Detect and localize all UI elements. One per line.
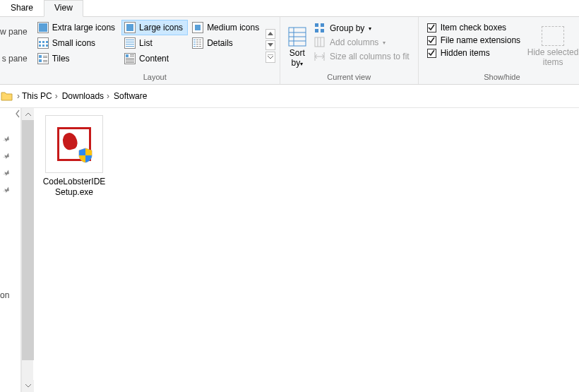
list-icon <box>124 37 136 49</box>
details-pane-partial[interactable]: s pane <box>0 54 30 68</box>
layout-tiles[interactable]: Tiles <box>35 51 120 66</box>
checkbox-file-name-extensions[interactable]: File name extensions <box>423 34 525 47</box>
checkbox-hidden-items[interactable]: Hidden items <box>423 47 525 59</box>
chevron-down-icon <box>25 384 31 388</box>
file-list[interactable]: CodeLobsterIDESetup.exe <box>33 108 579 392</box>
pin-icon <box>0 150 13 164</box>
group-show-hide: Item check boxes File name extensions Hi… <box>419 17 579 84</box>
navigation-pane[interactable]: rson <box>0 108 21 392</box>
layout-medium-icons[interactable]: Medium icons <box>189 20 264 35</box>
checkbox-label: Item check boxes <box>441 23 506 32</box>
layout-list[interactable]: List <box>121 35 188 51</box>
add-columns-icon <box>314 37 326 48</box>
uac-shield-icon <box>78 148 93 163</box>
checkbox-label: File name extensions <box>441 35 520 45</box>
layout-label: Tiles <box>52 54 70 64</box>
group-label-layout: Layout <box>35 71 275 84</box>
pin-icon <box>0 184 13 198</box>
breadcrumb-label: This PC <box>22 91 52 101</box>
breadcrumb-label: Software <box>114 91 147 101</box>
folder-icon <box>0 89 14 103</box>
ribbon-tabs: Share View <box>0 0 579 17</box>
checkbox-icon <box>427 23 436 32</box>
layout-label: Large icons <box>139 23 183 32</box>
file-name: CodeLobsterIDESetup.exe <box>40 177 108 198</box>
svg-rect-8 <box>315 29 318 32</box>
tab-share[interactable]: Share <box>0 0 44 16</box>
app-icon <box>57 127 91 161</box>
hide-selected-button: Hide selected items <box>525 20 579 71</box>
size-columns-icon <box>314 51 326 62</box>
hide-selected-label2: items <box>543 57 563 67</box>
group-current-view: Sort by▾ Group by ▾ Add columns ▾ <box>280 17 419 84</box>
layout-label: Small icons <box>52 38 95 48</box>
svg-rect-10 <box>315 37 324 47</box>
chevron-left-icon <box>16 109 20 118</box>
group-label-show-hide: Show/hide <box>423 71 579 84</box>
scroll-down-button[interactable] <box>22 380 34 392</box>
panes-group-partial: w pane s pane <box>0 17 30 84</box>
navpane-collapse-toggle[interactable] <box>16 109 20 120</box>
layout-expand[interactable] <box>265 52 275 63</box>
layout-label: Details <box>207 38 233 48</box>
breadcrumb-this-pc[interactable]: This PC › <box>20 91 60 101</box>
chevron-up-icon <box>268 32 273 35</box>
group-by-label: Group by <box>330 23 364 33</box>
tab-view[interactable]: View <box>44 0 83 17</box>
chevron-down-icon: ▾ <box>369 25 371 32</box>
layout-details[interactable]: Details <box>189 35 264 51</box>
group-by-button[interactable]: Group by ▾ <box>310 21 414 35</box>
layout-label: List <box>139 38 153 48</box>
chevron-down-icon <box>268 43 273 47</box>
hide-selected-label1: Hide selected <box>527 47 579 57</box>
size-all-columns-button: Size all columns to fit <box>310 49 414 64</box>
layout-scroll-down[interactable] <box>265 40 275 50</box>
svg-rect-7 <box>321 23 324 27</box>
content-icon <box>124 53 136 64</box>
breadcrumb-bar[interactable]: › This PC › Downloads › Software <box>0 85 579 108</box>
size-columns-label: Size all columns to fit <box>330 52 410 61</box>
extra-large-icons-icon <box>37 22 49 33</box>
details-icon <box>192 37 203 49</box>
sort-by-icon <box>287 26 307 47</box>
group-label-current-view: Current view <box>285 71 414 84</box>
layout-large-icons[interactable]: Large icons <box>121 20 188 35</box>
tiles-icon <box>37 53 49 64</box>
content-area: rson CodeLobsterIDESetup.exe <box>0 108 579 392</box>
breadcrumb-software[interactable]: Software <box>112 91 149 101</box>
chevron-right-icon: › <box>107 91 109 101</box>
file-thumbnail <box>45 115 103 173</box>
layout-small-icons[interactable]: Small icons <box>35 35 120 51</box>
navpane-item-partial[interactable]: rson <box>0 290 9 300</box>
sort-by-button[interactable]: Sort by▾ <box>285 20 310 71</box>
file-item[interactable]: CodeLobsterIDESetup.exe <box>40 115 108 198</box>
preview-pane-partial[interactable]: w pane <box>0 27 30 41</box>
expand-icon <box>268 54 273 60</box>
breadcrumb-downloads[interactable]: Downloads › <box>60 91 112 101</box>
add-columns-label: Add columns <box>330 37 378 47</box>
small-icons-icon <box>37 37 49 49</box>
scroll-up-button[interactable] <box>22 108 34 120</box>
layout-label: Extra large icons <box>52 23 115 32</box>
breadcrumb-label: Downloads <box>62 91 104 101</box>
large-icons-icon <box>124 22 136 33</box>
layout-label: Medium icons <box>207 23 259 32</box>
checkbox-label: Hidden items <box>441 48 490 58</box>
svg-rect-6 <box>315 23 318 27</box>
scrollbar-thumb[interactable] <box>22 120 34 360</box>
group-layout: Extra large icons Large icons Medium ico… <box>30 17 280 84</box>
navpane-scrollbar[interactable] <box>21 108 33 392</box>
hide-selected-icon <box>542 26 564 46</box>
checkbox-item-check-boxes[interactable]: Item check boxes <box>423 21 525 34</box>
checkbox-icon <box>427 49 436 58</box>
ribbon: w pane s pane Extra large icons Large ic… <box>0 17 579 85</box>
chevron-up-icon <box>25 112 31 116</box>
add-columns-button: Add columns ▾ <box>310 35 414 49</box>
medium-icons-icon <box>192 22 203 33</box>
layout-extra-large-icons[interactable]: Extra large icons <box>35 20 120 35</box>
layout-label: Content <box>139 54 169 64</box>
layout-content[interactable]: Content <box>121 51 188 66</box>
layout-scroll-up[interactable] <box>265 29 275 39</box>
checkbox-icon <box>427 36 436 45</box>
pin-icon <box>0 167 13 181</box>
